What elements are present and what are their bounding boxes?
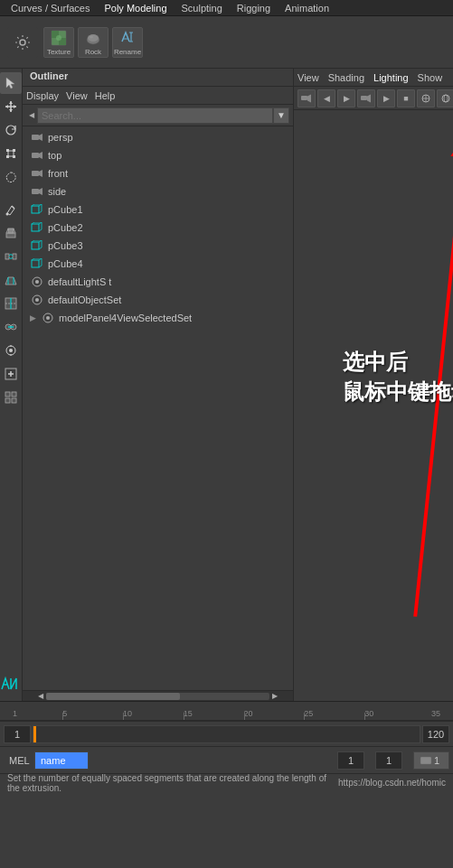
outliner-item-front[interactable]: front — [23, 164, 293, 182]
viewport-canvas[interactable]: 选中后 鼠标中键拖动 — [294, 110, 453, 701]
rotate-tool[interactable] — [0, 119, 22, 141]
vp-dolly-btn[interactable] — [417, 89, 435, 107]
search-left-arrow[interactable]: ◀ — [26, 110, 37, 121]
outliner-menubar: Display View Help — [23, 87, 293, 105]
svg-rect-36 — [12, 398, 16, 403]
set-icon-lightset — [30, 275, 44, 289]
status-bar: Set the number of equally spaced segment… — [0, 773, 453, 791]
item-label-persp: persp — [48, 132, 73, 143]
outliner-item-pcube2[interactable]: pCube2 — [23, 219, 293, 237]
settings-button[interactable] — [7, 27, 38, 58]
menu-rigging[interactable]: Rigging — [230, 3, 278, 14]
outliner-item-top[interactable]: top — [23, 146, 293, 164]
tick-35: 35 — [431, 709, 440, 718]
rock-button[interactable]: Rock — [78, 27, 109, 58]
red-arrow-overlay — [294, 110, 453, 701]
menu-poly-modeling[interactable]: Poly Modeling — [97, 3, 174, 14]
timeline-ruler[interactable]: 1 5 10 15 20 25 30 35 — [0, 701, 453, 721]
scroll-right-arrow[interactable]: ▶ — [269, 691, 280, 702]
select-tool[interactable] — [0, 72, 22, 94]
svg-rect-43 — [32, 189, 39, 194]
plus-tool[interactable] — [0, 363, 22, 385]
item-label-pcube3: pCube3 — [48, 240, 83, 251]
extrude-tool[interactable] — [0, 222, 22, 244]
svg-rect-35 — [5, 398, 10, 403]
bridge-tool[interactable] — [0, 246, 22, 267]
vp-play-btn[interactable]: ▶ — [377, 89, 395, 107]
search-expand-button[interactable]: ▼ — [273, 107, 289, 124]
lasso-tool[interactable] — [0, 166, 22, 188]
svg-rect-13 — [13, 155, 15, 158]
menu-curves-surfaces[interactable]: Curves / Surfaces — [4, 3, 97, 14]
menu-animation[interactable]: Animation — [278, 3, 336, 14]
merge-tool[interactable] — [0, 316, 22, 338]
svg-point-52 — [35, 298, 39, 302]
viewport-menubar: View Shading Lighting Show — [294, 69, 453, 87]
vp-next-btn[interactable]: ▶ — [337, 89, 355, 107]
svg-rect-19 — [5, 254, 9, 259]
vp-prev-btn[interactable]: ◀ — [317, 89, 335, 107]
outliner-item-pcube1[interactable]: pCube1 — [23, 201, 293, 219]
timeline-scrubber[interactable] — [33, 725, 420, 743]
status-text: Set the number of equally spaced segment… — [7, 773, 338, 793]
svg-rect-34 — [12, 392, 16, 397]
start-frame[interactable]: 1 — [4, 725, 31, 743]
annotation-line1: 选中后 — [343, 347, 453, 378]
search-input[interactable] — [37, 107, 273, 124]
outliner-menu-display[interactable]: Display — [26, 90, 59, 101]
vp-cam2-btn[interactable] — [357, 89, 375, 107]
mel-label: MEL — [4, 751, 31, 770]
viewport-menu-show[interactable]: Show — [418, 72, 443, 83]
outliner-item-pcube4[interactable]: pCube4 — [23, 255, 293, 273]
outliner-item-modelpanel[interactable]: ▶ modelPanel4ViewSelectedSet — [23, 309, 293, 327]
end-frame[interactable]: 120 — [422, 725, 449, 743]
bottom-bar: MEL name 1 1 1 — [0, 746, 453, 773]
scroll-track[interactable] — [46, 693, 269, 700]
item-label-pcube1: pCube1 — [48, 204, 83, 215]
tick-25: 25 — [304, 709, 313, 718]
outliner-scrollbar[interactable]: ◀ ▶ — [23, 690, 293, 701]
rename-button[interactable]: Rename — [112, 27, 143, 58]
split-tool[interactable] — [0, 293, 22, 314]
tick-1: 1 — [13, 709, 17, 718]
svg-marker-38 — [39, 134, 42, 141]
viewport-menu-lighting[interactable]: Lighting — [373, 72, 409, 83]
outliner-panel: Outliner Display View Help ◀ ▼ persp — [23, 69, 294, 701]
item-label-pcube4: pCube4 — [48, 258, 83, 269]
move-tool[interactable] — [0, 96, 22, 117]
svg-rect-46 — [32, 224, 39, 231]
vp-orbit-btn[interactable] — [437, 89, 453, 107]
maya-logo — [0, 672, 22, 694]
texture-button[interactable]: Texture — [43, 27, 74, 58]
outliner-menu-view[interactable]: View — [66, 90, 88, 101]
vp-camera-btn[interactable] — [297, 89, 316, 107]
main-content-area: Outliner Display View Help ◀ ▼ persp — [0, 69, 453, 701]
svg-rect-48 — [32, 260, 39, 267]
item-label-defaultobjectset: defaultObjectSet — [48, 294, 121, 305]
viewport-menu-shading[interactable]: Shading — [328, 72, 364, 83]
outliner-menu-help[interactable]: Help — [95, 90, 116, 101]
render-icon-field[interactable]: 1 — [413, 751, 449, 770]
grid-tool[interactable] — [0, 387, 22, 408]
outliner-item-side[interactable]: side — [23, 182, 293, 201]
top-menu-bar: Curves / Surfaces Poly Modeling Sculptin… — [0, 0, 453, 16]
outliner-item-persp[interactable]: persp — [23, 128, 293, 146]
paint-tool[interactable] — [0, 199, 22, 220]
outliner-item-defaultlightset[interactable]: defaultLightS t — [23, 273, 293, 291]
menu-sculpting[interactable]: Sculpting — [175, 3, 230, 14]
outliner-item-defaultobjectset[interactable]: defaultObjectSet — [23, 291, 293, 309]
url-text: https://blog.csdn.net/homic — [338, 778, 446, 788]
scale-tool[interactable] — [0, 143, 22, 164]
vp-stop-btn[interactable]: ■ — [397, 89, 415, 107]
bevel-tool[interactable] — [0, 269, 22, 291]
scroll-left-arrow[interactable]: ◀ — [35, 691, 46, 702]
svg-marker-42 — [39, 170, 42, 177]
tickline-30 — [364, 713, 365, 720]
svg-rect-20 — [13, 254, 16, 259]
target-weld-tool[interactable] — [0, 340, 22, 361]
name-field[interactable]: name — [34, 751, 89, 770]
rock-label: Rock — [85, 48, 101, 56]
outliner-item-pcube3[interactable]: pCube3 — [23, 237, 293, 255]
viewport-menu-view[interactable]: View — [297, 72, 319, 83]
expand-arrow-modelpanel[interactable]: ▶ — [30, 313, 39, 322]
